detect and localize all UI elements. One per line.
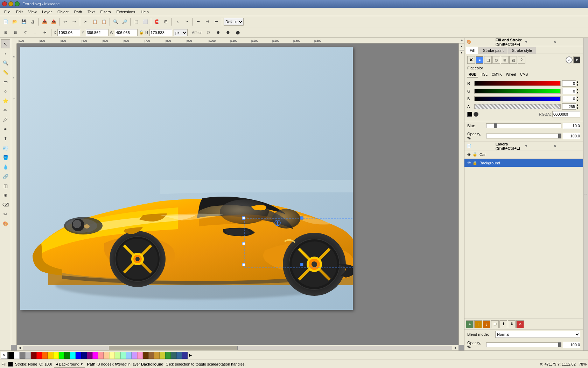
calligraphy-tool[interactable]: ✒ [1, 124, 10, 134]
b-up[interactable]: ▲ [576, 96, 580, 99]
menu-object[interactable]: Object [55, 9, 71, 15]
pen-tool[interactable]: 🖊 [1, 115, 10, 124]
canvas-content[interactable] [17, 43, 458, 345]
x-input[interactable] [57, 29, 80, 36]
fill-stroke-close[interactable]: ✕ [553, 40, 581, 44]
measure-tool[interactable]: 📏 [1, 68, 10, 77]
select-tool[interactable]: ↖ [1, 39, 10, 48]
b-down[interactable]: ▼ [576, 99, 580, 102]
g-input[interactable] [562, 88, 576, 94]
menu-help[interactable]: Help [138, 9, 152, 15]
palette-swatch[interactable] [98, 352, 104, 359]
pencil-tool[interactable]: ✏ [1, 105, 10, 115]
palette-swatch[interactable] [64, 352, 70, 359]
mesh-tool[interactable]: ⊞ [1, 191, 10, 200]
palette-swatch[interactable] [25, 352, 31, 359]
palette-swatch[interactable] [126, 352, 132, 359]
layers-collapse[interactable]: ▼ [525, 144, 552, 148]
blur-slider[interactable] [486, 123, 561, 128]
import-button[interactable]: 📥 [40, 18, 49, 26]
a-up[interactable]: ▲ [576, 103, 580, 107]
menu-filters[interactable]: Filters [98, 9, 114, 15]
layer-dropdown-icon[interactable]: ▼ [80, 362, 83, 366]
units-select[interactable]: px mm in [174, 29, 188, 36]
a-input[interactable] [562, 103, 576, 110]
rect-tool[interactable]: ▭ [1, 77, 10, 86]
b-input[interactable] [562, 96, 576, 102]
scroll-right-button[interactable]: ▶ [453, 345, 458, 351]
cmyk-tab[interactable]: CMYK [490, 72, 503, 77]
star-tool[interactable]: ⭐ [1, 96, 10, 105]
palette-swatch[interactable] [76, 352, 81, 359]
zoom-tool[interactable]: 🔍 [1, 58, 10, 67]
zoom-in-button[interactable]: 🔍 [111, 18, 120, 26]
no-paint-button[interactable]: ✕ [467, 56, 475, 64]
color-preview-play[interactable]: ▶ [467, 112, 472, 117]
scissors-tool[interactable]: ✂ [1, 210, 10, 219]
snap-angle[interactable]: ↺ [21, 28, 29, 37]
eraser-tool[interactable]: ⌫ [1, 200, 10, 209]
layer-bg-visibility[interactable]: 👁 [467, 161, 471, 165]
a-down[interactable]: ▼ [576, 107, 580, 110]
connector-tool[interactable]: 🔗 [1, 172, 10, 181]
blend-mode-select[interactable]: Normal Multiply Screen Overlay [495, 331, 580, 338]
fill-tool[interactable]: 🪣 [1, 153, 10, 162]
blur-input[interactable] [563, 123, 580, 129]
layer-car-visibility[interactable]: 👁 [467, 152, 471, 157]
affect-clip[interactable]: ⬤ [233, 28, 242, 37]
align-left-button[interactable]: ⊢ [194, 18, 202, 26]
paint-bucket-tool[interactable]: 🎨 [1, 219, 10, 228]
menu-layer[interactable]: Layer [39, 9, 55, 15]
maximize-button[interactable] [15, 1, 20, 6]
lock-icon[interactable]: 🔒 [139, 30, 144, 35]
h-scroll-thumb[interactable] [109, 346, 238, 350]
align-snap[interactable]: ⊟ [11, 28, 20, 37]
rgba-input[interactable] [552, 111, 580, 117]
palette-swatch[interactable] [182, 352, 188, 359]
ungroup-button[interactable]: ⬜ [141, 18, 149, 26]
menu-edit[interactable]: Edit [13, 9, 26, 15]
palette-swatch[interactable] [120, 352, 126, 359]
wheel-tab[interactable]: Wheel [505, 72, 517, 77]
w-input[interactable] [115, 29, 138, 36]
scale-btn[interactable]: ↕ [31, 28, 39, 37]
flat-color-button[interactable]: ■ [476, 56, 483, 64]
palette-swatch[interactable] [14, 352, 20, 359]
tab-stroke-paint[interactable]: Stroke paint [479, 47, 507, 54]
g-up[interactable]: ▲ [576, 88, 580, 91]
unknown-paint-button[interactable]: ? [518, 56, 525, 64]
snap-grid-button[interactable]: ⊞ [162, 18, 170, 26]
print-button[interactable]: 🖨 [29, 18, 37, 26]
h-input[interactable] [149, 29, 172, 36]
undo-button[interactable]: ↩ [61, 18, 69, 26]
palette-swatch[interactable] [160, 352, 165, 359]
layer-car[interactable]: 👁 🔒 Car [464, 150, 583, 159]
r-input[interactable] [562, 80, 576, 87]
align-right-button[interactable]: ⊢ [212, 18, 220, 26]
palette-swatch[interactable] [31, 352, 36, 359]
layer-lower-button[interactable]: ↓ [483, 320, 490, 328]
menu-view[interactable]: View [26, 9, 40, 15]
r-up[interactable]: ▲ [576, 80, 580, 83]
node-button[interactable]: ⬦ [173, 18, 182, 26]
zoom-out-button[interactable]: 🔎 [120, 18, 129, 26]
layer-delete-button[interactable]: ✕ [516, 320, 524, 328]
g-down[interactable]: ▼ [576, 91, 580, 94]
opacity-input[interactable] [563, 133, 580, 139]
horizontal-scrollbar[interactable]: ◀ ▶ [17, 345, 458, 350]
circle-tool[interactable]: ○ [1, 87, 10, 96]
layers-close[interactable]: ✕ [553, 144, 581, 148]
cms-tab[interactable]: CMS [519, 72, 529, 77]
copy-button[interactable]: 📋 [91, 18, 99, 26]
palette-swatch[interactable] [87, 352, 92, 359]
palette-swatch[interactable] [42, 352, 48, 359]
affect-geo[interactable]: ⬡ [204, 28, 212, 37]
palette-swatch[interactable] [36, 352, 42, 359]
menu-file[interactable]: File [1, 9, 13, 15]
palette-swatch[interactable] [132, 352, 137, 359]
layer-add-button[interactable]: + [466, 320, 474, 328]
palette-swatch[interactable] [171, 352, 176, 359]
palette-swatch[interactable] [137, 352, 143, 359]
palette-swatch[interactable] [148, 352, 154, 359]
save-button[interactable]: 💾 [20, 18, 28, 26]
